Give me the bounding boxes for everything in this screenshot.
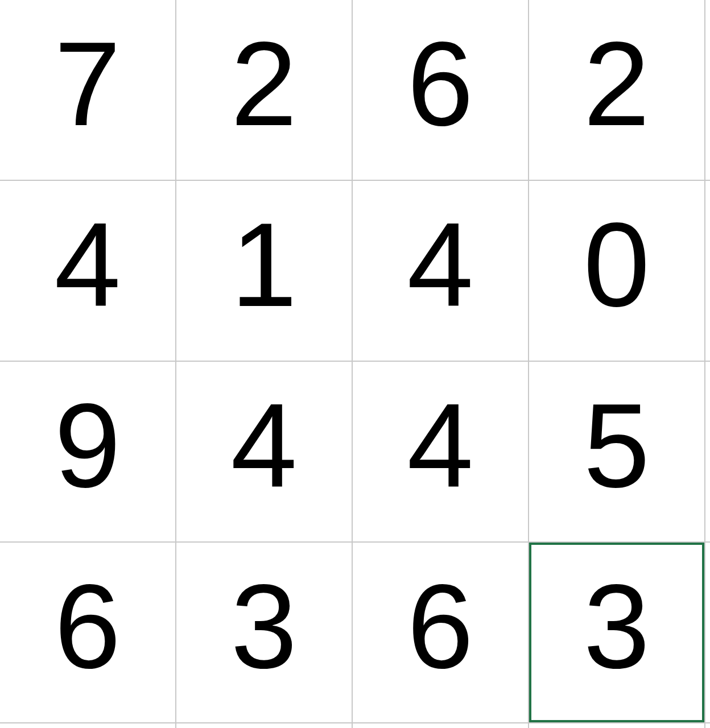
cell-value: 2 xyxy=(231,24,298,144)
partial-row-c2 xyxy=(353,723,529,728)
cell-value: 1 xyxy=(231,205,298,325)
cell-value: 4 xyxy=(55,205,121,325)
partial-col-r1 xyxy=(705,181,710,362)
cell-value: 3 xyxy=(584,567,650,686)
cell-r3-c2[interactable]: 6 xyxy=(353,543,529,723)
partial-col-r3 xyxy=(705,543,710,723)
cell-r1-c0[interactable]: 4 xyxy=(0,181,176,362)
cell-r0-c2[interactable]: 6 xyxy=(353,0,529,181)
cell-r2-c3[interactable]: 5 xyxy=(529,362,705,543)
partial-col-r0 xyxy=(705,0,710,181)
cell-value: 4 xyxy=(231,386,298,506)
partial-row-c0 xyxy=(0,723,176,728)
cell-r0-c1[interactable]: 2 xyxy=(176,0,353,181)
cell-value: 2 xyxy=(584,24,650,144)
cell-r0-c3[interactable]: 2 xyxy=(529,0,705,181)
partial-row-c1 xyxy=(176,723,353,728)
cell-r0-c0[interactable]: 7 xyxy=(0,0,176,181)
cell-r1-c2[interactable]: 4 xyxy=(353,181,529,362)
cell-r3-c1[interactable]: 3 xyxy=(176,543,353,723)
partial-row-c3 xyxy=(529,723,705,728)
cell-r2-c2[interactable]: 4 xyxy=(353,362,529,543)
cell-value: 6 xyxy=(407,567,474,686)
partial-corner xyxy=(705,723,710,728)
cell-value: 0 xyxy=(584,205,650,325)
cell-value: 5 xyxy=(584,386,650,506)
cell-r1-c1[interactable]: 1 xyxy=(176,181,353,362)
cell-r1-c3[interactable]: 0 xyxy=(529,181,705,362)
partial-col-r2 xyxy=(705,362,710,543)
cell-value: 9 xyxy=(55,386,121,506)
cell-r3-c0[interactable]: 6 xyxy=(0,543,176,723)
cell-value: 6 xyxy=(407,24,474,144)
spreadsheet-grid: 7 2 6 2 4 1 4 0 9 4 4 5 6 3 6 3 xyxy=(0,0,710,728)
cell-value: 6 xyxy=(55,567,121,686)
cell-value: 4 xyxy=(407,205,474,325)
cell-value: 4 xyxy=(407,386,474,506)
cell-r2-c0[interactable]: 9 xyxy=(0,362,176,543)
cell-r2-c1[interactable]: 4 xyxy=(176,362,353,543)
cell-r3-c3[interactable]: 3 xyxy=(529,543,705,723)
cell-value: 3 xyxy=(231,567,298,686)
cell-value: 7 xyxy=(55,24,121,144)
